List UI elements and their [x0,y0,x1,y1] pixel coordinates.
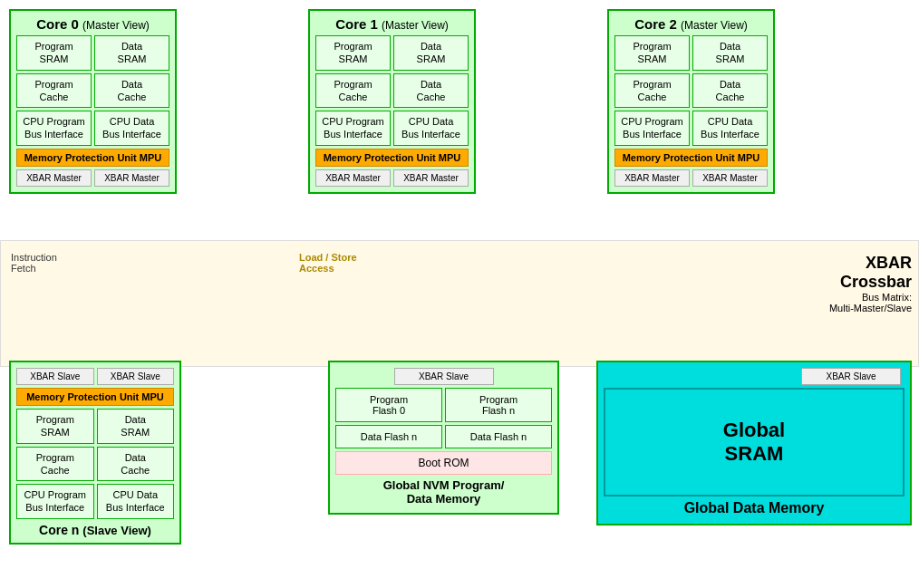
core0-xbar-master-1: XBAR Master [16,169,92,187]
coren-cpu-data-bus: CPU DataBus Interface [97,484,175,519]
core1-xbar-master-1: XBAR Master [315,169,391,187]
core1-xbar-master-2: XBAR Master [393,169,469,187]
instruction-fetch-label: Instruction Fetch [11,252,57,274]
core0-cpu-program-bus: CPU ProgramBus Interface [16,111,92,146]
coren-box: XBAR Slave XBAR Slave Memory Protection … [9,361,181,545]
core1-xbar-row: XBAR Master XBAR Master [315,169,469,187]
core2-program-cache: ProgramCache [614,73,690,109]
coren-program-cache: ProgramCache [16,447,94,482]
core1-cpu-data-bus: CPU DataBus Interface [393,111,469,146]
nvm-program-flash-n: ProgramFlash n [445,388,552,422]
core0-box: Core 0 (Master View) ProgramSRAM DataSRA… [9,9,177,194]
coren-mpu: Memory Protection Unit MPU [16,388,174,406]
nvm-box: XBAR Slave ProgramFlash 0 ProgramFlash n… [328,361,559,515]
core2-cpu-data-bus: CPU DataBus Interface [692,111,768,146]
core2-data-cache: DataCache [692,73,768,109]
core2-cpu-program-bus: CPU ProgramBus Interface [614,111,690,146]
core0-mpu: Memory Protection Unit MPU [16,149,169,167]
core1-title: Core 1 (Master View) [315,16,469,32]
core0-cpu-data-bus: CPU DataBus Interface [94,111,169,146]
core0-inner-grid: ProgramSRAM DataSRAM ProgramCache DataCa… [16,35,169,146]
nvm-xbar-slave: XBAR Slave [394,368,494,385]
core2-title: Core 2 (Master View) [614,16,768,32]
gdm-box: XBAR Slave GlobalSRAM Global Data Memory [596,361,912,525]
core0-data-cache: DataCache [94,73,169,109]
xbar-label: XBARCrossbar Bus Matrix:Multi-Master/Sla… [829,254,912,313]
coren-title: Core n (Slave View) [16,523,174,537]
coren-program-sram: ProgramSRAM [16,409,94,444]
gdm-sram: GlobalSRAM [604,388,904,496]
core2-program-sram: ProgramSRAM [614,35,690,71]
nvm-data-flash-n-1: Data Flash n [335,425,442,448]
core2-xbar-master-1: XBAR Master [614,169,690,187]
nvm-program-flash-0: ProgramFlash 0 [335,388,442,422]
core0-xbar-row: XBAR Master XBAR Master [16,169,169,187]
coren-data-cache: DataCache [97,447,175,482]
core2-inner-grid: ProgramSRAM DataSRAM ProgramCache DataCa… [614,35,768,146]
core0-program-sram: ProgramSRAM [16,35,92,71]
main-container: Instruction Fetch Load / Store Access XB… [0,0,919,588]
core0-xbar-master-2: XBAR Master [94,169,169,187]
core1-data-sram: DataSRAM [393,35,469,71]
nvm-title: Global NVM Program/Data Memory [335,478,552,506]
core1-cpu-program-bus: CPU ProgramBus Interface [315,111,391,146]
nvm-data-flash-n-2: Data Flash n [445,425,552,448]
core1-program-cache: ProgramCache [315,73,391,109]
gdm-xbar-slave: XBAR Slave [801,368,901,385]
core0-program-cache: ProgramCache [16,73,92,109]
core1-inner-grid: ProgramSRAM DataSRAM ProgramCache DataCa… [315,35,469,146]
core2-xbar-row: XBAR Master XBAR Master [614,169,768,187]
core0-data-sram: DataSRAM [94,35,169,71]
core0-title: Core 0 (Master View) [16,16,169,32]
nvm-boot-rom: Boot ROM [335,451,552,475]
core2-mpu: Memory Protection Unit MPU [614,149,768,167]
xbar-crossbar-area [0,240,919,367]
core2-box: Core 2 (Master View) ProgramSRAM DataSRA… [607,9,775,194]
load-store-label: Load / Store Access [299,252,357,274]
coren-cpu-program-bus: CPU ProgramBus Interface [16,484,94,519]
core1-box: Core 1 (Master View) ProgramSRAM DataSRA… [308,9,476,194]
core2-xbar-master-2: XBAR Master [692,169,768,187]
xbar-title: XBARCrossbar [829,254,912,292]
coren-data-sram: DataSRAM [97,409,175,444]
coren-xbar-slave-2: XBAR Slave [97,368,175,385]
core1-data-cache: DataCache [393,73,469,109]
xbar-subtitle: Bus Matrix:Multi-Master/Slave [829,292,912,313]
coren-xbar-slave-row: XBAR Slave XBAR Slave [16,368,174,385]
gdm-title: Global Data Memory [604,500,904,516]
core1-program-sram: ProgramSRAM [315,35,391,71]
coren-xbar-slave-1: XBAR Slave [16,368,94,385]
core1-mpu: Memory Protection Unit MPU [315,149,469,167]
core2-data-sram: DataSRAM [692,35,768,71]
coren-inner-grid: ProgramSRAM DataSRAM ProgramCache DataCa… [16,409,174,519]
